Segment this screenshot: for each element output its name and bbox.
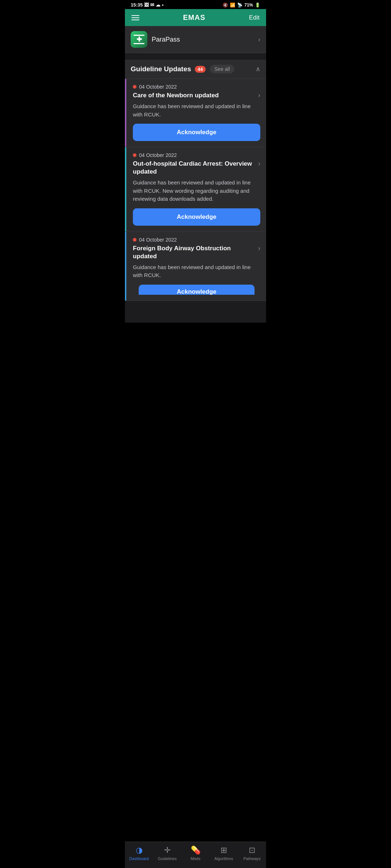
parapass-icon: ✚	[131, 31, 147, 48]
edit-button[interactable]: Edit	[249, 14, 260, 21]
main-content: ✚ ParaPass › Guideline Updates 44 See al…	[125, 26, 266, 323]
update-desc-2: Guidance has been reviewed and updated i…	[133, 179, 260, 203]
signal-icon: 📡	[237, 3, 243, 8]
partial-acknowledge-wrap: Acknowledge	[133, 285, 260, 295]
time: 15:35	[131, 2, 143, 8]
update-chevron-3: ›	[258, 244, 260, 252]
unread-dot-3	[133, 238, 136, 242]
parapass-left: ✚ ParaPass	[131, 31, 180, 48]
status-left: 15:35 🖼 ✉ ☁ •	[131, 2, 164, 8]
update-date-row-1: 04 October 2022	[133, 84, 260, 90]
update-title-row-3: Foreign Body Airway Obstruction updated …	[133, 244, 260, 260]
section-divider	[125, 57, 266, 60]
guideline-updates-title: Guideline Updates	[131, 65, 191, 73]
update-date-row-3: 04 October 2022	[133, 237, 260, 243]
photo-icon: 🖼	[144, 2, 149, 8]
update-date-3: 04 October 2022	[139, 237, 177, 243]
acknowledge-button-1[interactable]: Acknowledge	[133, 124, 260, 141]
top-nav: EMAS Edit	[125, 9, 266, 26]
parapass-chevron: ›	[258, 36, 260, 43]
update-title-2[interactable]: Out-of-hospital Cardiac Arrest: Overview…	[133, 160, 255, 176]
update-item-3: 04 October 2022 Foreign Body Airway Obst…	[125, 232, 266, 301]
update-date-1: 04 October 2022	[139, 84, 177, 90]
update-title-1[interactable]: Care of the Newborn updated	[133, 92, 255, 99]
update-title-row-1: Care of the Newborn updated ›	[133, 92, 260, 99]
status-bar: 15:35 🖼 ✉ ☁ • 🔇 📶 📡 71% 🔋	[125, 0, 266, 9]
update-desc-3: Guidance has been reviewed and updated i…	[133, 263, 260, 280]
updates-badge: 44	[195, 66, 206, 73]
guideline-updates-section: Guideline Updates 44 See all ∧ 04 Octobe…	[125, 60, 266, 301]
battery-percent: 71%	[244, 3, 253, 8]
mute-icon: 🔇	[223, 3, 228, 8]
battery-icon: 🔋	[255, 3, 260, 8]
update-date-row-2: 04 October 2022	[133, 152, 260, 158]
acknowledge-button-3-partial[interactable]: Acknowledge	[139, 285, 255, 295]
unread-dot-2	[133, 153, 136, 157]
update-date-2: 04 October 2022	[139, 152, 177, 158]
update-desc-1: Guidance has been reviewed and updated i…	[133, 102, 260, 119]
status-right: 🔇 📶 📡 71% 🔋	[223, 3, 260, 8]
app-title: EMAS	[183, 13, 205, 22]
unread-dot-1	[133, 85, 136, 89]
notification-icon: ✉	[150, 2, 154, 8]
update-item-1: 04 October 2022 Care of the Newborn upda…	[125, 79, 266, 147]
update-title-3[interactable]: Foreign Body Airway Obstruction updated	[133, 244, 255, 260]
dot-icon: •	[162, 2, 164, 8]
parapass-name: ParaPass	[152, 36, 180, 43]
update-chevron-2: ›	[258, 160, 260, 167]
wifi-icon: 📶	[230, 3, 235, 8]
update-item-2: 04 October 2022 Out-of-hospital Cardiac …	[125, 147, 266, 232]
acknowledge-button-2[interactable]: Acknowledge	[133, 208, 260, 226]
collapse-icon[interactable]: ∧	[256, 65, 260, 73]
see-all-button[interactable]: See all	[210, 65, 234, 73]
guideline-header: Guideline Updates 44 See all ∧	[125, 60, 266, 79]
update-title-row-2: Out-of-hospital Cardiac Arrest: Overview…	[133, 160, 260, 176]
update-chevron-1: ›	[258, 92, 260, 99]
parapass-card[interactable]: ✚ ParaPass ›	[125, 26, 266, 53]
cloud-icon: ☁	[156, 2, 160, 8]
hamburger-menu[interactable]	[131, 15, 139, 20]
